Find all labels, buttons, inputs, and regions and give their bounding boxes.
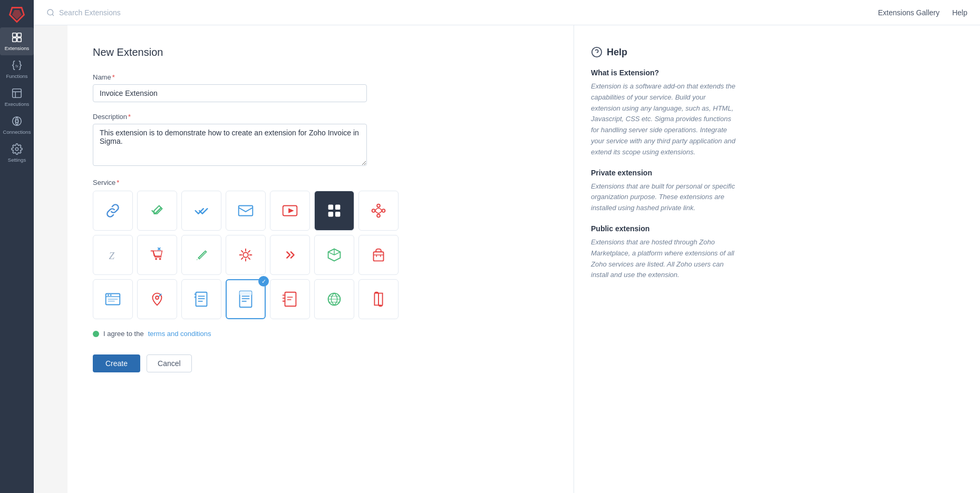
svg-rect-16 xyxy=(328,212,334,217)
svg-rect-15 xyxy=(335,205,341,210)
name-input[interactable] xyxy=(93,84,367,102)
service-bezier[interactable] xyxy=(358,191,399,231)
svg-rect-33 xyxy=(196,292,207,307)
service-link[interactable] xyxy=(93,191,133,231)
page-title: New Extension xyxy=(93,46,548,58)
create-button[interactable]: Create xyxy=(93,354,140,372)
svg-rect-30 xyxy=(108,299,118,300)
svg-point-10 xyxy=(15,147,18,151)
service-grid: Z xyxy=(93,191,548,319)
svg-rect-26 xyxy=(374,252,384,261)
svg-point-29 xyxy=(110,294,112,296)
service-chevrons[interactable] xyxy=(270,235,310,275)
description-input[interactable]: This extension is to demonstrate how to … xyxy=(93,124,367,166)
service-cart[interactable] xyxy=(137,235,177,275)
service-scroll[interactable] xyxy=(358,279,399,319)
svg-point-21 xyxy=(377,214,380,218)
svg-rect-14 xyxy=(328,205,334,210)
service-zeta[interactable]: Z xyxy=(93,235,133,275)
svg-point-32 xyxy=(156,296,159,299)
svg-text:fx: fx xyxy=(15,64,18,68)
cancel-button[interactable]: Cancel xyxy=(147,354,192,372)
svg-rect-35 xyxy=(240,291,252,295)
sidebar-item-functions[interactable]: fx Functions xyxy=(0,55,34,83)
svg-rect-2 xyxy=(13,33,16,37)
svg-point-20 xyxy=(377,204,380,208)
search-area xyxy=(46,8,878,17)
search-input[interactable] xyxy=(59,8,164,17)
help-what-is-text: Extension is a software add-on that exte… xyxy=(591,81,736,158)
svg-text:Z: Z xyxy=(109,250,114,261)
help-circle-icon xyxy=(591,46,603,58)
service-notebook[interactable] xyxy=(270,279,310,319)
service-globe[interactable] xyxy=(314,279,354,319)
svg-rect-17 xyxy=(335,212,341,217)
sidebar: Extensions fx Functions Executions Conne… xyxy=(0,0,34,493)
description-group: Description* This extension is to demons… xyxy=(93,113,548,168)
help-public-title: Public extension xyxy=(591,224,736,233)
service-sun-cog[interactable] xyxy=(226,235,266,275)
help-public-text: Extensions that are hosted through Zoho … xyxy=(591,237,736,281)
svg-rect-3 xyxy=(17,33,21,37)
service-check-pencil[interactable] xyxy=(137,191,177,231)
service-mail[interactable] xyxy=(226,191,266,231)
help-link[interactable]: Help xyxy=(952,8,967,17)
sidebar-item-connections[interactable]: Connections xyxy=(0,111,34,139)
selected-badge: ✓ xyxy=(258,276,269,287)
svg-point-11 xyxy=(47,9,53,15)
svg-point-24 xyxy=(159,258,161,260)
main-content: New Extension Name* Description* This ex… xyxy=(67,25,980,493)
search-icon xyxy=(46,8,55,17)
sidebar-item-extensions[interactable]: Extensions xyxy=(0,27,34,55)
description-label: Description* xyxy=(93,113,548,121)
help-panel: Help What is Extension? Extension is a s… xyxy=(574,25,753,493)
svg-point-25 xyxy=(243,252,248,258)
svg-point-23 xyxy=(155,258,157,260)
service-location[interactable] xyxy=(137,279,177,319)
name-label: Name* xyxy=(93,73,548,81)
service-pen[interactable] xyxy=(181,235,221,275)
svg-rect-31 xyxy=(108,301,115,302)
service-grid-app[interactable] xyxy=(314,191,354,231)
terms-link[interactable]: terms and conditions xyxy=(148,330,211,338)
terms-row: I agree to the terms and conditions xyxy=(93,330,548,338)
service-bag[interactable] xyxy=(358,235,399,275)
svg-rect-5 xyxy=(17,38,21,42)
terms-dot xyxy=(93,331,99,337)
name-group: Name* xyxy=(93,73,548,102)
svg-rect-4 xyxy=(13,38,16,42)
service-invoice[interactable]: ✓ xyxy=(226,279,266,319)
help-what-is-title: What is Extension? xyxy=(591,68,736,77)
help-private-text: Extensions that are built for personal o… xyxy=(591,181,736,214)
service-video[interactable] xyxy=(270,191,310,231)
button-row: Create Cancel xyxy=(93,354,548,372)
svg-point-28 xyxy=(108,294,109,296)
topbar-right: Extensions Gallery Help xyxy=(878,8,967,17)
svg-point-18 xyxy=(372,209,375,212)
sidebar-item-settings[interactable]: Settings xyxy=(0,139,34,167)
app-logo xyxy=(6,4,27,25)
extensions-gallery-link[interactable]: Extensions Gallery xyxy=(878,8,939,17)
sidebar-item-executions[interactable]: Executions xyxy=(0,83,34,111)
service-label: Service* xyxy=(93,179,548,186)
svg-rect-36 xyxy=(285,292,296,307)
service-group: Service* xyxy=(93,179,548,319)
help-private-title: Private extension xyxy=(591,169,736,177)
service-cube[interactable] xyxy=(314,235,354,275)
service-double-check[interactable] xyxy=(181,191,221,231)
form-section: New Extension Name* Description* This ex… xyxy=(67,25,574,493)
service-browser[interactable] xyxy=(93,279,133,319)
service-doc-lines[interactable] xyxy=(181,279,221,319)
svg-point-9 xyxy=(13,117,22,126)
svg-rect-12 xyxy=(239,206,253,216)
svg-rect-7 xyxy=(13,89,22,98)
help-title: Help xyxy=(591,46,736,58)
topbar: Extensions Gallery Help xyxy=(34,0,980,25)
